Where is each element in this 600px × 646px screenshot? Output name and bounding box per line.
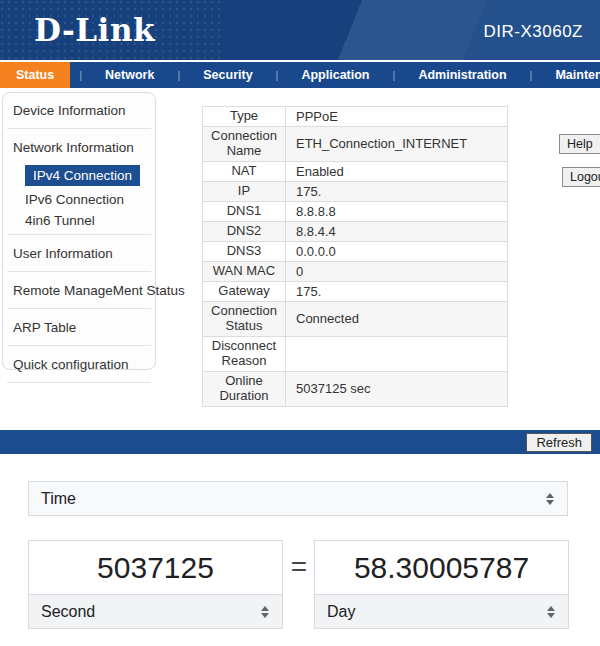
row-label: WAN MAC (203, 261, 286, 281)
row-value: 5037125 sec (286, 371, 508, 406)
table-row: Type PPPoE (203, 107, 508, 127)
row-label: Online Duration (203, 371, 286, 406)
connection-status-table: Type PPPoE Connection Name ETH_Connectio… (202, 106, 508, 407)
nav-separator: | (521, 62, 542, 88)
tab-security[interactable]: Security (189, 62, 266, 88)
sidebar-divider (7, 128, 151, 129)
row-value: 175. (286, 281, 508, 301)
converter-to-unit-label: Day (327, 603, 355, 620)
row-label: IP (203, 181, 286, 201)
refresh-bar: Refresh (0, 430, 600, 454)
tab-application[interactable]: Application (287, 62, 383, 88)
row-label: Connection Status (203, 301, 286, 336)
row-label: DNS2 (203, 221, 286, 241)
sidebar-item-ipv4-connection[interactable]: IPv4 Connection (3, 162, 155, 189)
converter-from-input[interactable]: 5037125 (28, 540, 283, 595)
nav-separator: | (267, 62, 288, 88)
table-row: DNS3 0.0.0.0 (203, 241, 508, 261)
row-value (286, 336, 508, 371)
converter-from-unit-select[interactable]: Second (28, 594, 283, 629)
chevron-updown-icon (545, 493, 555, 505)
tab-administration[interactable]: Administration (404, 62, 520, 88)
row-label: Connection Name (203, 127, 286, 162)
table-row: Gateway 175. (203, 281, 508, 301)
chevron-updown-icon (260, 606, 270, 618)
table-row: IP 175. (203, 181, 508, 201)
chevron-updown-icon (546, 606, 556, 618)
row-value: PPPoE (286, 107, 508, 127)
app-header: D-Link DIR-X3060Z (0, 0, 600, 60)
sidebar-divider (7, 308, 151, 309)
table-row: DNS1 8.8.8.8 (203, 201, 508, 221)
table-row: WAN MAC 0 (203, 261, 508, 281)
row-label: Disconnect Reason (203, 336, 286, 371)
sidebar-item-4in6-tunnel[interactable]: 4in6 Tunnel (3, 210, 155, 231)
converter-from-unit-label: Second (41, 603, 95, 620)
table-row: Disconnect Reason (203, 336, 508, 371)
sidebar-selected-label: IPv4 Connection (25, 165, 140, 186)
row-value: Connected (286, 301, 508, 336)
converter-to-unit-select[interactable]: Day (314, 594, 569, 629)
row-value: 175. (286, 181, 508, 201)
sidebar-divider (7, 234, 151, 235)
row-label: NAT (203, 161, 286, 181)
row-label: DNS1 (203, 201, 286, 221)
equals-sign: = (284, 551, 314, 583)
row-label: Gateway (203, 281, 286, 301)
nav-separator: | (70, 62, 91, 88)
converter-category-select[interactable]: Time (28, 481, 568, 516)
table-row: NAT Enabled (203, 161, 508, 181)
tab-network[interactable]: Network (91, 62, 168, 88)
sidebar-item-remote-management-status[interactable]: Remote ManageMent Status (3, 275, 155, 305)
sidebar-divider (7, 345, 151, 346)
row-value: 0 (286, 261, 508, 281)
sidebar-menu: Device Information Network Information I… (2, 92, 156, 370)
table-row: Connection Name ETH_Connection_INTERNET (203, 127, 508, 162)
help-button[interactable]: Help (559, 134, 600, 154)
row-value: 0.0.0.0 (286, 241, 508, 261)
refresh-button[interactable]: Refresh (526, 433, 592, 452)
converter-to-input[interactable]: 58.30005787 (314, 540, 569, 595)
sidebar-item-network-information[interactable]: Network Information (3, 132, 155, 162)
table-row: DNS2 8.8.4.4 (203, 221, 508, 241)
tab-maintenance[interactable]: Maintenance (541, 62, 600, 88)
dlink-logo: D-Link (34, 12, 155, 48)
sidebar-item-ipv6-connection[interactable]: IPv6 Connection (3, 189, 155, 210)
row-value: Enabled (286, 161, 508, 181)
converter-to-group: 58.30005787 Day (314, 540, 569, 629)
row-label: Type (203, 107, 286, 127)
main-nav: Status | Network | Security | Applicatio… (0, 60, 600, 88)
row-label: DNS3 (203, 241, 286, 261)
nav-separator: | (168, 62, 189, 88)
sidebar-item-quick-configuration[interactable]: Quick configuration (3, 349, 155, 379)
converter-category-label: Time (41, 490, 76, 507)
nav-separator: | (384, 62, 405, 88)
converter-from-group: 5037125 Second (28, 540, 283, 629)
row-value: 8.8.4.4 (286, 221, 508, 241)
tab-status[interactable]: Status (0, 62, 70, 88)
sidebar-item-arp-table[interactable]: ARP Table (3, 312, 155, 342)
row-value: 8.8.8.8 (286, 201, 508, 221)
table-row: Connection Status Connected (203, 301, 508, 336)
router-model: DIR-X3060Z (484, 22, 583, 42)
sidebar-item-user-information[interactable]: User Information (3, 238, 155, 268)
sidebar-item-device-information[interactable]: Device Information (3, 95, 155, 125)
sidebar-divider (7, 271, 151, 272)
row-value: ETH_Connection_INTERNET (286, 127, 508, 162)
table-row: Online Duration 5037125 sec (203, 371, 508, 406)
logout-button[interactable]: Logout (562, 167, 600, 187)
sidebar-divider (7, 382, 151, 383)
